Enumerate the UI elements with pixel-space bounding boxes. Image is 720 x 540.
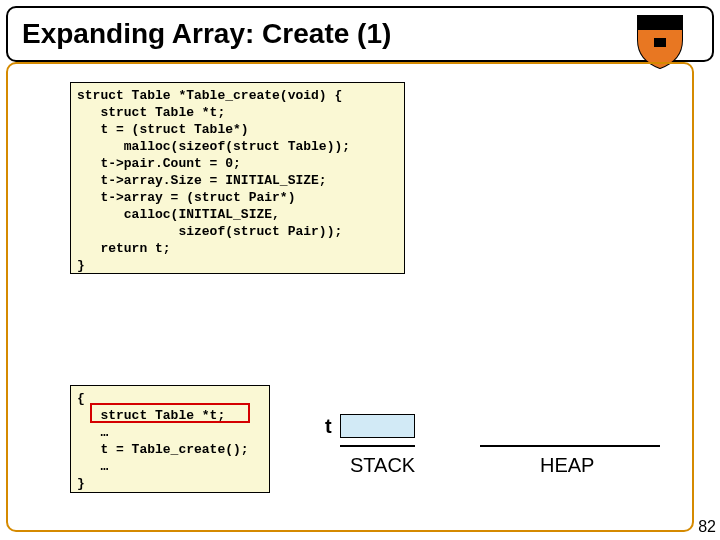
code-line: struct Table *t; — [77, 105, 225, 120]
slide-title: Expanding Array: Create (1) — [22, 18, 391, 50]
princeton-shield-icon — [630, 10, 690, 70]
code-line: t->array.Size = INITIAL_SIZE; — [77, 173, 327, 188]
code-line: … — [77, 459, 108, 474]
code-line: malloc(sizeof(struct Table)); — [77, 139, 350, 154]
code-line: struct Table *Table_create(void) { — [77, 88, 342, 103]
code-line: … — [77, 425, 108, 440]
variable-t-box — [340, 414, 415, 438]
stack-divider — [340, 445, 415, 447]
code-line: t = (struct Table*) — [77, 122, 249, 137]
heap-label: HEAP — [540, 454, 594, 477]
stack-label: STACK — [350, 454, 415, 477]
code-line: t = Table_create(); — [77, 442, 249, 457]
page-number: 82 — [698, 518, 716, 536]
code-line: t->pair.Count = 0; — [77, 156, 241, 171]
code-line: return t; — [77, 241, 171, 256]
code-line: } — [77, 476, 85, 491]
code-line: } — [77, 258, 85, 273]
highlight-current-line — [90, 403, 250, 423]
title-bar: Expanding Array: Create (1) — [6, 6, 714, 62]
code-block-caller: { struct Table *t; … t = Table_create();… — [70, 385, 270, 493]
code-line: calloc(INITIAL_SIZE, — [77, 207, 280, 222]
code-block-function: struct Table *Table_create(void) { struc… — [70, 82, 405, 274]
svg-rect-0 — [654, 38, 666, 47]
code-line: t->array = (struct Pair*) — [77, 190, 295, 205]
heap-divider — [480, 445, 660, 447]
code-line: { — [77, 391, 85, 406]
code-line: sizeof(struct Pair)); — [77, 224, 342, 239]
variable-t-label: t — [325, 415, 332, 438]
